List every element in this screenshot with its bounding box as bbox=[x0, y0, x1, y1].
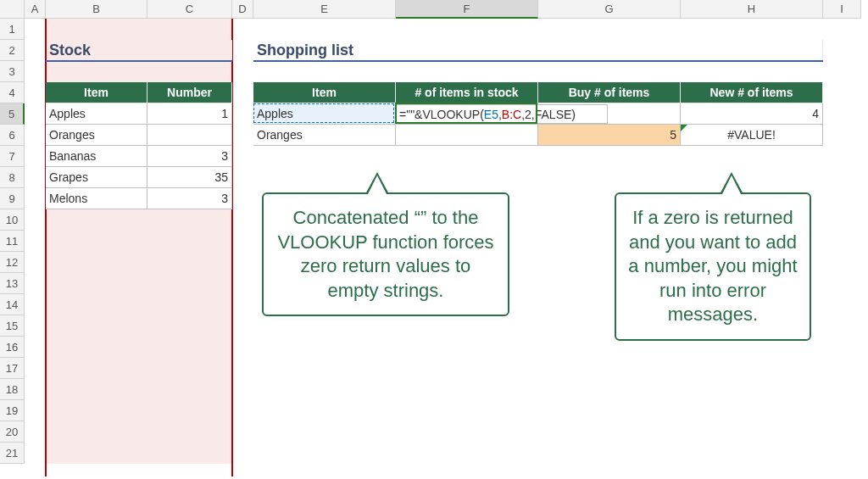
stock-number[interactable]: 3 bbox=[147, 146, 232, 167]
col-header-e[interactable]: E bbox=[253, 0, 396, 19]
shopping-underline bbox=[253, 60, 823, 62]
shop-header-item: Item bbox=[253, 82, 396, 103]
stock-number[interactable] bbox=[147, 125, 232, 146]
row-header-17[interactable]: 17 bbox=[0, 358, 25, 379]
col-header-a[interactable]: A bbox=[25, 0, 46, 19]
col-header-c[interactable]: C bbox=[147, 0, 232, 19]
row-header-11[interactable]: 11 bbox=[0, 231, 25, 252]
shopping-title: Shopping list bbox=[253, 40, 823, 61]
row-header-16[interactable]: 16 bbox=[0, 337, 25, 358]
shop-header-stock: # of items in stock bbox=[396, 82, 538, 103]
callout-left-text: Concatenated “” to the VLOOKUP function … bbox=[277, 207, 493, 301]
row-header-2[interactable]: 2 bbox=[0, 40, 25, 61]
stock-number[interactable]: 35 bbox=[147, 167, 232, 188]
callout-tail-icon bbox=[365, 172, 389, 194]
stock-underline bbox=[46, 60, 232, 62]
formula-suffix: ,2,FALSE) bbox=[521, 108, 576, 121]
shop-header-buy: Buy # of items bbox=[538, 82, 681, 103]
row-header-4[interactable]: 4 bbox=[0, 82, 25, 103]
row-headers: 123456789101112131415161718192021 bbox=[0, 19, 25, 464]
formula-edit[interactable]: =""&VLOOKUP(E5,B:C,2,FALSE) bbox=[396, 104, 608, 124]
callout-tail-icon bbox=[720, 172, 743, 194]
shop-item[interactable]: Apples bbox=[253, 103, 396, 125]
column-headers: ABCDEFGHI bbox=[0, 0, 861, 19]
row-header-7[interactable]: 7 bbox=[0, 146, 25, 167]
stock-header-number: Number bbox=[147, 82, 232, 103]
col-header-f[interactable]: F bbox=[396, 0, 538, 19]
formula-prefix: =""&VLOOKUP( bbox=[399, 108, 484, 121]
row-header-21[interactable]: 21 bbox=[0, 443, 25, 464]
row-header-20[interactable]: 20 bbox=[0, 421, 25, 443]
col-header-i[interactable]: I bbox=[823, 0, 861, 19]
callout-right: If a zero is returned and you want to ad… bbox=[615, 192, 811, 341]
col-header-d[interactable]: D bbox=[232, 0, 253, 19]
row-header-10[interactable]: 10 bbox=[0, 209, 25, 231]
row-header-1[interactable]: 1 bbox=[0, 19, 25, 40]
shop-header-new: New # of items bbox=[681, 82, 823, 103]
stock-item[interactable]: Bananas bbox=[46, 146, 147, 167]
row-header-15[interactable]: 15 bbox=[0, 315, 25, 337]
shop-buy[interactable]: 5 bbox=[538, 125, 681, 146]
shop-stock[interactable] bbox=[396, 125, 538, 146]
row-header-12[interactable]: 12 bbox=[0, 252, 25, 273]
row-header-6[interactable]: 6 bbox=[0, 125, 25, 146]
formula-ref1: E5 bbox=[484, 108, 498, 121]
stock-item[interactable]: Melons bbox=[46, 188, 147, 209]
stock-number[interactable]: 3 bbox=[147, 188, 232, 209]
callout-right-text: If a zero is returned and you want to ad… bbox=[628, 207, 797, 325]
stock-item[interactable]: Oranges bbox=[46, 125, 147, 146]
stock-number[interactable]: 1 bbox=[147, 103, 232, 125]
row-header-18[interactable]: 18 bbox=[0, 379, 25, 400]
shop-item[interactable]: Oranges bbox=[253, 125, 396, 146]
stock-header-item: Item bbox=[46, 82, 147, 103]
stock-item[interactable]: Apples bbox=[46, 103, 147, 125]
row-header-9[interactable]: 9 bbox=[0, 188, 25, 209]
col-header-h[interactable]: H bbox=[681, 0, 823, 19]
stock-title: Stock bbox=[46, 40, 232, 61]
row-header-5[interactable]: 5 bbox=[0, 103, 25, 125]
select-all-corner[interactable] bbox=[0, 0, 25, 19]
row-header-3[interactable]: 3 bbox=[0, 61, 25, 82]
formula-ref2: B:C bbox=[502, 108, 521, 121]
col-header-b[interactable]: B bbox=[46, 0, 147, 19]
row-header-19[interactable]: 19 bbox=[0, 400, 25, 421]
col-header-g[interactable]: G bbox=[538, 0, 681, 19]
error-indicator-icon[interactable] bbox=[681, 125, 687, 131]
row-header-8[interactable]: 8 bbox=[0, 167, 25, 188]
callout-left: Concatenated “” to the VLOOKUP function … bbox=[262, 192, 509, 316]
row-header-13[interactable]: 13 bbox=[0, 273, 25, 294]
shop-new[interactable]: #VALUE! bbox=[681, 125, 823, 146]
row-header-14[interactable]: 14 bbox=[0, 294, 25, 315]
shop-new[interactable]: 4 bbox=[681, 103, 823, 125]
stock-item[interactable]: Grapes bbox=[46, 167, 147, 188]
